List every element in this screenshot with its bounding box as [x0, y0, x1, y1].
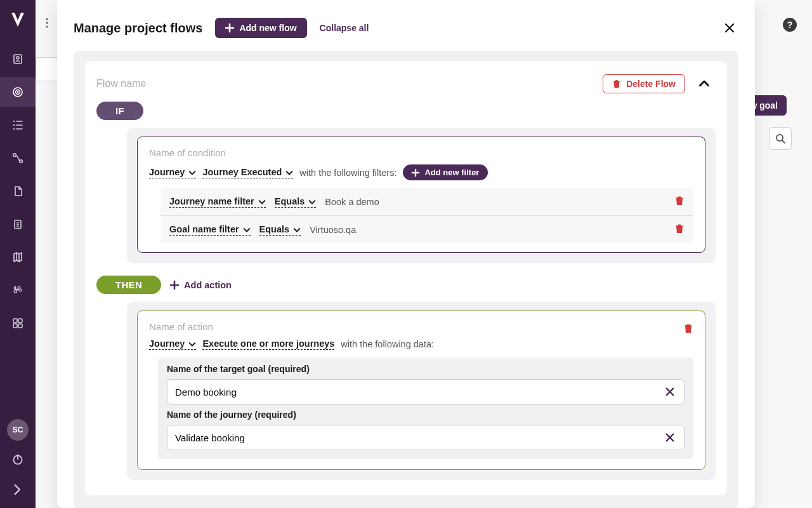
close-icon — [724, 22, 735, 34]
sidebar-item-flows[interactable] — [0, 77, 36, 107]
condition-event-label: Journey Executed — [202, 167, 282, 177]
close-icon — [665, 387, 675, 397]
action-field-label: Name of the target goal (required) — [167, 364, 684, 374]
filter-value[interactable]: Virtuoso.qa — [310, 225, 356, 235]
chevron-down-icon — [188, 340, 196, 347]
then-section: Journey Execute one or more journeys wit… — [96, 293, 716, 480]
filter-row: Goal name filter Equals Virtuoso.qa — [160, 216, 693, 243]
app-logo — [10, 11, 26, 28]
sidebar-item-list[interactable] — [0, 110, 36, 140]
filter-field-label: Goal name filter — [169, 224, 239, 234]
clear-input-button[interactable] — [661, 383, 679, 401]
sidebar-item-paths[interactable] — [0, 144, 36, 173]
filters-list: Journey name filter Equals Book a d — [160, 188, 693, 243]
sidebar-item-expand[interactable] — [0, 475, 36, 504]
target-goal-input[interactable] — [175, 380, 661, 404]
filter-value[interactable]: Book a demo — [325, 197, 379, 207]
sidebar-item-env[interactable] — [0, 243, 36, 272]
condition-filters-intro: with the following filters: — [299, 168, 396, 178]
trash-icon — [674, 196, 684, 206]
filter-field-label: Journey name filter — [169, 196, 254, 206]
flows-container: Delete Flow IF — [74, 51, 738, 508]
condition-name-input[interactable] — [149, 146, 693, 164]
add-filter-label: Add new filter — [424, 168, 479, 177]
action-field-label: Name of the journey (required) — [167, 410, 684, 420]
filter-op-dropdown[interactable]: Equals — [275, 196, 317, 208]
avatar[interactable]: SC — [7, 419, 29, 441]
action-subject-label: Journey — [149, 338, 185, 349]
delete-filter-button[interactable] — [674, 196, 684, 208]
trash-icon — [683, 323, 693, 333]
add-action-button[interactable]: Add action — [170, 280, 232, 290]
page-menu-icon[interactable] — [39, 11, 55, 34]
condition-subject-dropdown[interactable]: Journey — [149, 167, 196, 178]
close-icon — [665, 432, 675, 443]
filter-field-dropdown[interactable]: Goal name filter — [169, 224, 251, 236]
sidebar: SC — [0, 0, 36, 508]
sidebar-item-apps[interactable] — [0, 309, 36, 338]
plus-icon — [170, 281, 179, 290]
plus-icon — [225, 23, 234, 32]
manage-flows-modal: Manage project flows Add new flow Collap… — [57, 0, 755, 508]
filter-op-label: Equals — [259, 224, 290, 234]
sidebar-item-reports[interactable] — [0, 210, 36, 239]
chevron-down-icon — [308, 197, 316, 205]
journey-name-input[interactable] — [175, 425, 661, 450]
action-data-block: Name of the target goal (required) Name … — [158, 358, 693, 459]
modal-header: Manage project flows Add new flow Collap… — [57, 0, 755, 47]
action-data-intro: with the following data: — [341, 339, 434, 349]
flow-card: Delete Flow IF — [85, 61, 727, 495]
if-section: Journey Journey Executed with the follow… — [96, 119, 716, 263]
action-name-input[interactable] — [149, 320, 678, 338]
then-pill: THEN — [96, 276, 161, 294]
filter-field-dropdown[interactable]: Journey name filter — [169, 196, 266, 208]
sidebar-item-docs[interactable] — [0, 177, 36, 206]
collapse-all-button[interactable]: Collapse all — [320, 23, 369, 33]
chevron-down-icon — [243, 225, 251, 233]
filter-row: Journey name filter Equals Book a d — [160, 188, 693, 216]
chevron-up-icon — [698, 78, 710, 90]
filter-op-dropdown[interactable]: Equals — [259, 224, 301, 236]
collapse-flow-button[interactable] — [693, 72, 716, 95]
add-filter-button[interactable]: Add new filter — [403, 164, 488, 180]
add-action-label: Add action — [184, 280, 232, 290]
plus-icon — [412, 169, 419, 177]
sidebar-item-logout[interactable] — [0, 444, 36, 474]
help-button[interactable]: ? — [783, 18, 797, 32]
bg-left-panel — [36, 57, 57, 81]
trash-icon — [674, 224, 684, 234]
flow-name-input[interactable] — [96, 76, 595, 92]
chevron-down-icon — [285, 168, 293, 176]
action-verb-dropdown[interactable]: Execute one or more journeys — [202, 338, 334, 350]
bg-search-button[interactable] — [769, 127, 792, 150]
modal-title: Manage project flows — [74, 21, 202, 36]
condition-event-dropdown[interactable]: Journey Executed — [202, 167, 293, 178]
sidebar-item-projects[interactable] — [0, 44, 36, 74]
chevron-down-icon — [258, 197, 266, 205]
filter-op-label: Equals — [275, 196, 305, 206]
trash-icon — [612, 79, 621, 88]
delete-filter-button[interactable] — [674, 224, 684, 236]
condition-subject-label: Journey — [149, 167, 185, 177]
if-pill: IF — [96, 102, 143, 120]
add-flow-label: Add new flow — [239, 23, 296, 33]
close-modal-button[interactable] — [721, 19, 738, 37]
action-subject-dropdown[interactable]: Journey — [149, 338, 196, 350]
add-flow-button[interactable]: Add new flow — [215, 18, 306, 38]
delete-flow-button[interactable]: Delete Flow — [603, 74, 685, 93]
action-verb-label: Execute one or more journeys — [202, 338, 334, 349]
action-card: Journey Execute one or more journeys wit… — [137, 311, 705, 470]
chevron-down-icon — [293, 225, 301, 233]
clear-input-button[interactable] — [661, 429, 679, 446]
delete-flow-label: Delete Flow — [626, 79, 676, 89]
condition-card: Journey Journey Executed with the follow… — [137, 137, 705, 253]
delete-action-button[interactable] — [683, 323, 693, 335]
chevron-down-icon — [188, 168, 196, 176]
sidebar-item-shortcuts[interactable] — [0, 276, 36, 305]
